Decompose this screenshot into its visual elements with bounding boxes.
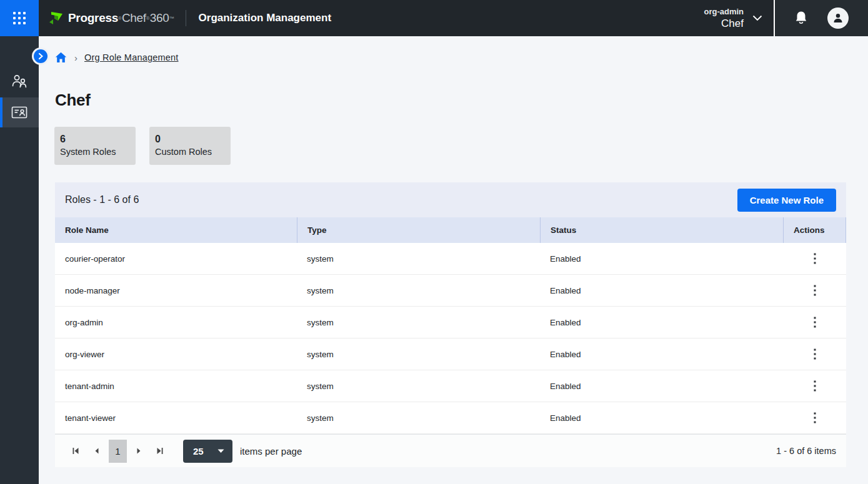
table-row: tenant-admin system Enabled xyxy=(55,370,846,402)
items-per-page-label: items per page xyxy=(240,446,302,457)
row-actions-menu-button[interactable] xyxy=(806,377,824,395)
roles-table-card: Roles - 1 - 6 of 6 Create New Role Role … xyxy=(55,182,846,467)
first-page-button[interactable] xyxy=(65,440,86,462)
table-row: org-viewer system Enabled xyxy=(55,338,846,370)
status-cell: Enabled xyxy=(540,243,783,274)
last-page-button[interactable] xyxy=(149,440,171,462)
table-toolbar: Roles - 1 - 6 of 6 Create New Role xyxy=(55,182,846,217)
pagination-bar: 1 25 items per page 1 - 6 of 6 items xyxy=(55,434,846,467)
bell-icon xyxy=(794,11,808,26)
users-icon xyxy=(11,73,28,89)
left-sidebar xyxy=(0,36,39,484)
breadcrumb-link-org-role-management[interactable]: Org Role Management xyxy=(84,52,179,62)
previous-page-icon xyxy=(92,447,101,455)
sidebar-expand-button[interactable] xyxy=(34,49,47,63)
table-row: org-admin system Enabled xyxy=(55,307,846,338)
table-header-row: Role Name Type Status Actions xyxy=(55,217,846,243)
row-actions-menu-button[interactable] xyxy=(806,345,824,363)
custom-roles-label: Custom Roles xyxy=(155,146,225,159)
role-name-cell: org-admin xyxy=(55,307,297,338)
stat-card-custom-roles: 0 Custom Roles xyxy=(149,127,231,165)
page-size-dropdown[interactable]: 25 xyxy=(183,440,232,463)
user-avatar-button[interactable] xyxy=(827,7,849,29)
status-cell: Enabled xyxy=(540,338,783,370)
sidebar-item-users[interactable] xyxy=(0,65,39,97)
custom-roles-count: 0 xyxy=(155,132,225,146)
type-cell: system xyxy=(297,338,540,370)
stat-card-system-roles: 6 System Roles xyxy=(54,127,136,165)
type-cell: system xyxy=(297,402,540,433)
role-badge-icon xyxy=(11,105,28,120)
column-header-role-name: Role Name xyxy=(55,217,297,243)
next-page-button[interactable] xyxy=(128,440,149,462)
system-roles-count: 6 xyxy=(60,132,130,146)
waffle-menu-icon xyxy=(13,12,26,24)
page-size-value: 25 xyxy=(193,446,204,457)
kebab-menu-icon xyxy=(814,412,816,423)
page-title: Chef xyxy=(55,91,91,110)
stat-cards: 6 System Roles 0 Custom Roles xyxy=(54,127,231,165)
role-name-cell: org-viewer xyxy=(55,338,297,370)
kebab-menu-icon xyxy=(814,348,816,360)
type-cell: system xyxy=(297,370,540,402)
main-content: › Org Role Management Chef 6 System Role… xyxy=(39,36,868,484)
system-roles-label: System Roles xyxy=(60,146,130,159)
account-switcher[interactable]: org-admin Chef xyxy=(704,6,762,30)
notifications-button[interactable] xyxy=(794,11,808,26)
current-page-button[interactable]: 1 xyxy=(109,440,127,463)
logo-tm-mark: ™ xyxy=(169,16,174,21)
row-actions-menu-button[interactable] xyxy=(806,281,824,300)
progress-logo-icon xyxy=(49,11,64,25)
kebab-menu-icon xyxy=(814,253,816,264)
last-page-icon xyxy=(156,447,164,455)
column-header-actions: Actions xyxy=(783,217,846,243)
column-header-type: Type xyxy=(297,217,540,243)
home-icon xyxy=(55,52,67,63)
breadcrumb: › Org Role Management xyxy=(55,52,179,63)
breadcrumb-home-link[interactable] xyxy=(55,52,67,63)
role-name-cell: tenant-viewer xyxy=(55,402,297,433)
status-cell: Enabled xyxy=(540,275,783,306)
role-name-cell: node-manager xyxy=(55,275,297,306)
kebab-menu-icon xyxy=(814,317,816,328)
kebab-menu-icon xyxy=(814,285,816,296)
next-page-icon xyxy=(134,447,143,455)
breadcrumb-separator: › xyxy=(74,52,77,63)
table-row: tenant-viewer system Enabled xyxy=(55,402,846,434)
progress-chef-logo: Progress®Chef®360™ xyxy=(49,11,174,25)
header-actions xyxy=(775,0,868,36)
account-role-label: org-admin xyxy=(704,6,744,17)
type-cell: system xyxy=(297,275,540,306)
pagination-range-label: 1 - 6 of 6 items xyxy=(776,446,836,456)
table-row: courier-operator system Enabled xyxy=(55,243,846,275)
logo-text-360: 360 xyxy=(150,11,169,25)
chevron-right-icon xyxy=(37,53,44,59)
column-header-status: Status xyxy=(540,217,783,243)
app-launcher-button[interactable] xyxy=(0,0,39,36)
top-header-bar: Progress®Chef®360™ Organization Manageme… xyxy=(0,0,868,36)
dropdown-caret-icon xyxy=(217,449,224,453)
logo-text-progress: Progress xyxy=(68,11,118,25)
sidebar-item-org-roles[interactable] xyxy=(0,97,39,127)
previous-page-button[interactable] xyxy=(86,440,107,462)
logo-text-chef: Chef xyxy=(122,11,146,25)
type-cell: system xyxy=(297,243,540,274)
row-actions-menu-button[interactable] xyxy=(806,408,824,427)
header-divider xyxy=(186,10,186,26)
status-cell: Enabled xyxy=(540,402,783,433)
kebab-menu-icon xyxy=(814,380,816,392)
account-org-label: Chef xyxy=(721,17,744,30)
table-title: Roles - 1 - 6 of 6 xyxy=(65,194,139,205)
row-actions-menu-button[interactable] xyxy=(806,313,824,332)
app-title: Organization Management xyxy=(199,12,332,24)
status-cell: Enabled xyxy=(540,370,783,402)
table-row: node-manager system Enabled xyxy=(55,275,846,307)
chevron-down-icon xyxy=(752,15,762,21)
type-cell: system xyxy=(297,307,540,338)
first-page-icon xyxy=(71,447,80,455)
row-actions-menu-button[interactable] xyxy=(806,249,824,268)
person-icon xyxy=(832,12,844,24)
create-new-role-button[interactable]: Create New Role xyxy=(737,189,836,212)
status-cell: Enabled xyxy=(540,307,783,338)
role-name-cell: courier-operator xyxy=(55,243,297,274)
